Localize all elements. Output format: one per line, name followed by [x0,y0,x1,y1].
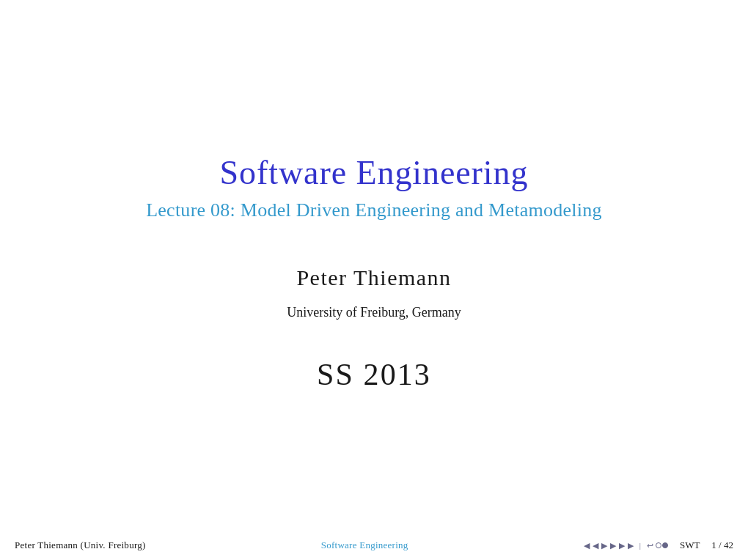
nav-prev-icon[interactable]: ◀ [584,541,590,550]
footer-page: 1 / 42 [711,539,733,551]
slide-footer: Peter Thiemann (Univ. Freiburg) Software… [0,534,748,560]
slide-title: Software Engineering [220,153,529,192]
nav-next-icon[interactable]: ▶ [628,541,634,550]
main-content: Software Engineering Lecture 08: Model D… [0,0,748,560]
nav-circles: ↩ [647,541,668,550]
nav-separator: | [639,541,641,550]
slide-subtitle: Lecture 08: Model Driven Engineering and… [146,199,602,221]
nav-left-icon[interactable]: ◀ [593,541,598,550]
nav-dot-1 [656,542,661,548]
nav-right-icon[interactable]: ▶ [610,541,616,550]
slide: Software Engineering Lecture 08: Model D… [0,0,748,560]
slide-semester: SS 2013 [317,357,431,392]
slide-author: Peter Thiemann [296,265,451,290]
footer-swt: SWT [680,539,700,551]
nav-controls[interactable]: ◀ ◀ ▶ ▶ ▶ ▶ | ↩ [584,541,668,550]
nav-list-icon[interactable]: ▶ [601,541,607,550]
footer-right: ◀ ◀ ▶ ▶ ▶ ▶ | ↩ SWT 1 / 42 [584,539,733,551]
footer-course: Software Engineering [321,539,408,551]
nav-refresh-icon[interactable]: ↩ [647,541,653,550]
footer-author: Peter Thiemann (Univ. Freiburg) [15,539,146,551]
slide-university: University of Freiburg, Germany [287,305,461,320]
nav-dot-2 [662,542,668,548]
nav-list2-icon[interactable]: ▶ [619,541,625,550]
